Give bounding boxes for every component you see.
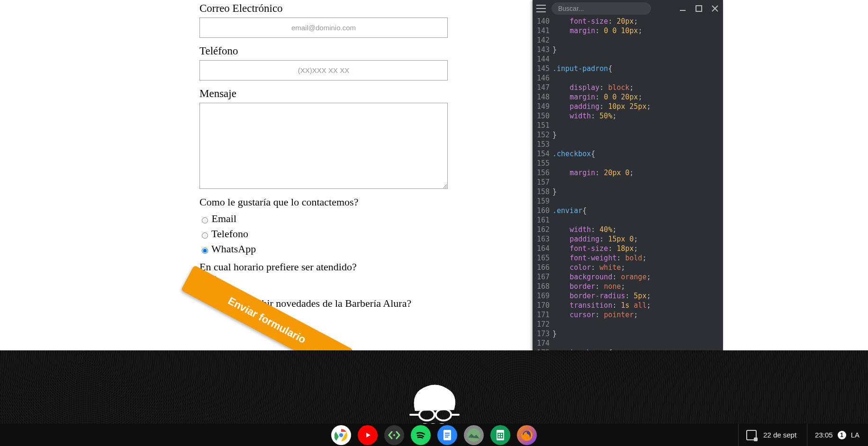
photo-app-icon[interactable] — [464, 425, 484, 445]
contact-radio-group: Email Telefono WhatsApp — [199, 211, 448, 257]
radio-whatsapp-label: WhatsApp — [211, 243, 256, 255]
tray-lang-label: LA — [851, 431, 859, 439]
radio-phone-label: Telefono — [211, 228, 248, 240]
svg-rect-13 — [445, 433, 450, 434]
close-icon[interactable] — [709, 2, 721, 15]
contact-question: Como le gustaría que lo contactemos? — [199, 196, 448, 208]
code-app-icon[interactable] — [384, 425, 404, 445]
chrome-icon[interactable] — [331, 425, 351, 445]
barber-logo-icon — [401, 378, 467, 430]
radio-phone-input[interactable] — [202, 232, 208, 239]
tray-time-label: 23:05 — [815, 431, 833, 439]
minimize-icon[interactable] — [677, 2, 689, 15]
editor-search-input[interactable]: Buscar... — [552, 2, 651, 15]
svg-point-1 — [436, 409, 451, 420]
spotify-icon[interactable] — [411, 425, 431, 445]
radio-email[interactable]: Email — [199, 211, 448, 226]
menu-icon[interactable] — [534, 2, 548, 15]
tray-time[interactable]: 23:05 1 LA — [807, 424, 867, 446]
radio-whatsapp-input[interactable] — [202, 248, 208, 254]
tray-notif-badge: 1 — [838, 431, 846, 439]
schedule-question: En cual horario prefiere ser atendido? — [199, 261, 448, 273]
page-footer — [0, 350, 868, 426]
taskbar: 22 de sept 23:05 1 LA — [0, 424, 868, 446]
radio-email-input[interactable] — [202, 217, 208, 223]
phone-field[interactable] — [199, 60, 448, 80]
notifications-icon[interactable] — [746, 430, 757, 440]
phone-label: Teléfono — [199, 45, 448, 57]
svg-point-9 — [339, 433, 344, 437]
code-content[interactable]: font-size: 20px; margin: 0 0 10px; } .in… — [552, 17, 723, 350]
svg-point-0 — [419, 409, 434, 420]
email-field[interactable] — [199, 18, 448, 38]
svg-rect-14 — [445, 435, 450, 436]
message-field[interactable] — [199, 103, 448, 189]
code-area[interactable]: 1401411421431441451461471481491501511521… — [533, 17, 723, 350]
message-label: Mensaje — [199, 88, 448, 100]
firefox-icon[interactable] — [517, 425, 537, 445]
radio-phone[interactable]: Telefono — [199, 226, 448, 241]
line-number-gutter: 1401411421431441451461471481491501511521… — [533, 17, 552, 350]
svg-point-11 — [393, 434, 395, 436]
radio-email-label: Email — [212, 213, 237, 224]
maximize-icon[interactable] — [693, 2, 705, 15]
newsletter-label: cibir novedades de la Barbería Alura? — [254, 297, 412, 309]
tray-date-label: 22 de sept — [763, 431, 796, 439]
google-docs-icon[interactable] — [437, 425, 457, 445]
contact-form: Correo Electrónico Teléfono Mensaje Como… — [199, 0, 448, 310]
editor-search-placeholder: Buscar... — [558, 4, 584, 13]
svg-rect-15 — [445, 437, 448, 437]
code-editor-window: Buscar... 140141142143144145146147148149… — [533, 0, 723, 350]
svg-point-16 — [467, 428, 480, 442]
svg-rect-6 — [696, 6, 702, 11]
tray-date[interactable]: 22 de sept — [738, 424, 804, 446]
taskbar-apps — [331, 425, 537, 445]
youtube-icon[interactable] — [358, 425, 378, 445]
email-label: Correo Electrónico — [199, 2, 448, 15]
editor-titlebar: Buscar... — [533, 0, 723, 17]
radio-whatsapp[interactable]: WhatsApp — [199, 241, 448, 257]
google-sheets-icon[interactable] — [490, 425, 510, 445]
system-tray: 22 de sept 23:05 1 LA — [738, 424, 868, 446]
svg-marker-10 — [366, 433, 371, 437]
